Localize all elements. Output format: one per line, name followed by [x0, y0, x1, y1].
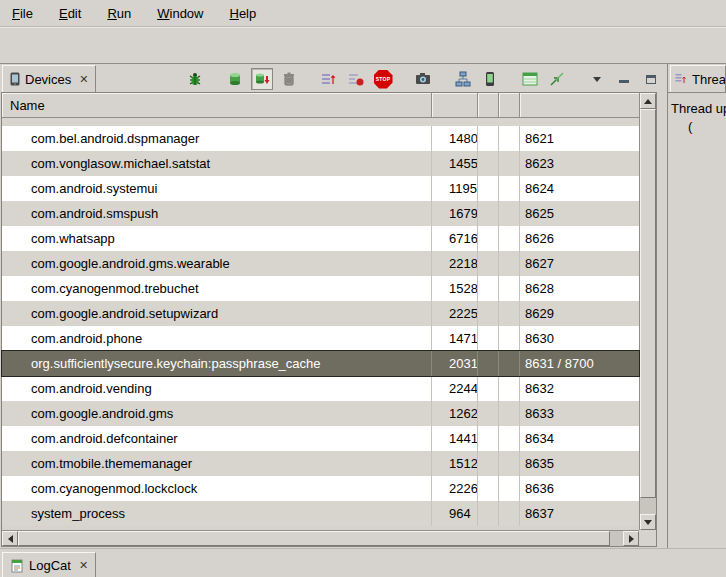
update-threads-icon[interactable] — [318, 68, 340, 90]
process-name: com.vonglasow.michael.satstat — [2, 151, 432, 176]
screen-capture-icon[interactable] — [412, 68, 434, 90]
process-port: 8635 — [520, 451, 639, 476]
empty-cell — [499, 401, 520, 426]
empty-cell — [499, 351, 520, 376]
empty-cell — [499, 201, 520, 226]
tab-devices[interactable]: Devices ✕ — [2, 65, 96, 92]
table-row[interactable]: system_process 964 8637 — [2, 501, 639, 526]
table-row[interactable]: com.android.systemui 1195 8624 — [2, 176, 639, 201]
empty-cell — [478, 226, 499, 251]
process-pid: 1195 — [432, 176, 478, 201]
tab-threads[interactable]: Threads — [670, 65, 726, 92]
view-hierarchy-icon[interactable] — [452, 68, 474, 90]
tab-logcat[interactable]: LogCat ✕ — [2, 552, 96, 577]
tree-view-icon[interactable] — [519, 68, 541, 90]
vertical-scrollbar[interactable] — [639, 93, 656, 530]
process-port: 8633 — [520, 401, 639, 426]
vertical-scrollbar-thumb[interactable] — [640, 109, 656, 498]
column-header-empty[interactable] — [499, 93, 520, 118]
menu-help[interactable]: Help — [221, 2, 264, 25]
empty-cell — [499, 276, 520, 301]
table-row[interactable]: com.android.defcontainer 14411 8634 — [2, 426, 639, 451]
dump-hprof-icon[interactable] — [251, 68, 273, 90]
process-name: com.android.defcontainer — [2, 426, 432, 451]
scroll-right-icon[interactable] — [623, 531, 639, 546]
menu-edit[interactable]: Edit — [51, 2, 89, 25]
view-menu-icon[interactable] — [586, 68, 608, 90]
process-pid: 1528 — [432, 276, 478, 301]
device-process-list: com.bel.android.dspmanager 1480 8621 com… — [2, 126, 639, 526]
empty-cell — [478, 251, 499, 276]
cause-gc-icon[interactable] — [278, 68, 300, 90]
empty-cell — [499, 226, 520, 251]
process-name: com.bel.android.dspmanager — [2, 126, 432, 151]
process-port: 8629 — [520, 301, 639, 326]
table-row[interactable]: com.cyanogenmod.trebuchet 1528 8628 — [2, 276, 639, 301]
process-port: 8628 — [520, 276, 639, 301]
process-port: 8621 — [520, 126, 639, 151]
column-header-pid[interactable] — [432, 93, 478, 118]
table-row[interactable]: com.bel.android.dspmanager 1480 8621 — [2, 126, 639, 151]
horizontal-scrollbar-thumb[interactable] — [18, 531, 610, 546]
process-pid: 1480 — [432, 126, 478, 151]
process-pid: 1512 — [432, 451, 478, 476]
scroll-down-icon[interactable] — [640, 514, 656, 530]
menu-file[interactable]: File — [4, 2, 41, 25]
process-pid: 964 — [432, 501, 478, 526]
table-row[interactable]: com.vonglasow.michael.satstat 14553 8623 — [2, 151, 639, 176]
column-header-name[interactable]: Name — [2, 93, 432, 118]
toolbar-separator — [506, 79, 514, 80]
close-icon[interactable]: ✕ — [76, 559, 88, 572]
table-row[interactable]: com.android.phone 1471 8630 — [2, 326, 639, 351]
table-row[interactable]: com.whatsapp 6716 8626 — [2, 226, 639, 251]
minimize-view-icon[interactable] — [613, 68, 635, 90]
update-heap-icon[interactable] — [224, 68, 246, 90]
refresh-icon[interactable] — [546, 68, 568, 90]
process-port: 8636 — [520, 476, 639, 501]
table-row[interactable]: com.android.vending 22440 8632 — [2, 376, 639, 401]
column-header-empty[interactable] — [478, 93, 499, 118]
empty-cell — [499, 426, 520, 451]
toolbar-separator — [211, 79, 219, 80]
menu-run[interactable]: Run — [99, 2, 139, 25]
close-icon[interactable]: ✕ — [76, 73, 88, 86]
table-row[interactable]: com.cyanogenmod.lockclock 22265 8636 — [2, 476, 639, 501]
process-port: 8637 — [520, 501, 639, 526]
table-row[interactable]: com.google.android.gms 12623 8633 — [2, 401, 639, 426]
empty-cell — [478, 176, 499, 201]
table-row[interactable]: com.android.smspush 1679 8625 — [2, 201, 639, 226]
threads-view: Threads Thread up ( — [667, 64, 726, 548]
table-row[interactable]: com.google.android.setupwizard 22250 862… — [2, 301, 639, 326]
maximize-view-icon[interactable] — [640, 68, 662, 90]
table-row[interactable]: com.tmobile.thememanager 1512 8635 — [2, 451, 639, 476]
scroll-left-icon[interactable] — [2, 531, 18, 546]
process-port: 8625 — [520, 201, 639, 226]
stop-process-icon[interactable]: STOP — [372, 68, 394, 90]
empty-cell — [478, 276, 499, 301]
scrollbar-corner — [639, 530, 656, 546]
devices-view: Devices ✕ STOP — [0, 64, 667, 548]
table-row[interactable]: org.sufficientlysecure.keychain:passphra… — [2, 351, 639, 376]
process-table: Name com.bel.android.dspmanager 1480 862… — [1, 92, 657, 547]
empty-cell — [478, 451, 499, 476]
table-header: Name — [2, 93, 639, 118]
process-name: com.cyanogenmod.lockclock — [2, 476, 432, 501]
scroll-up-icon[interactable] — [640, 93, 656, 109]
menu-window[interactable]: Window — [149, 2, 211, 25]
empty-cell — [478, 476, 499, 501]
empty-cell — [499, 126, 520, 151]
empty-cell — [499, 326, 520, 351]
empty-cell — [499, 301, 520, 326]
column-header-port[interactable] — [520, 93, 639, 118]
horizontal-scrollbar[interactable] — [2, 530, 639, 546]
empty-cell — [478, 376, 499, 401]
process-name: com.android.phone — [2, 326, 432, 351]
process-pid: 22185 — [432, 251, 478, 276]
debug-process-icon[interactable] — [184, 68, 206, 90]
devices-toolbar: STOP — [184, 68, 662, 90]
method-profiling-icon[interactable] — [345, 68, 367, 90]
process-pid: 1679 — [432, 201, 478, 226]
table-row[interactable]: com.google.android.gms.wearable 22185 86… — [2, 251, 639, 276]
process-port: 8631 / 8700 — [520, 351, 639, 376]
system-info-icon[interactable] — [479, 68, 501, 90]
